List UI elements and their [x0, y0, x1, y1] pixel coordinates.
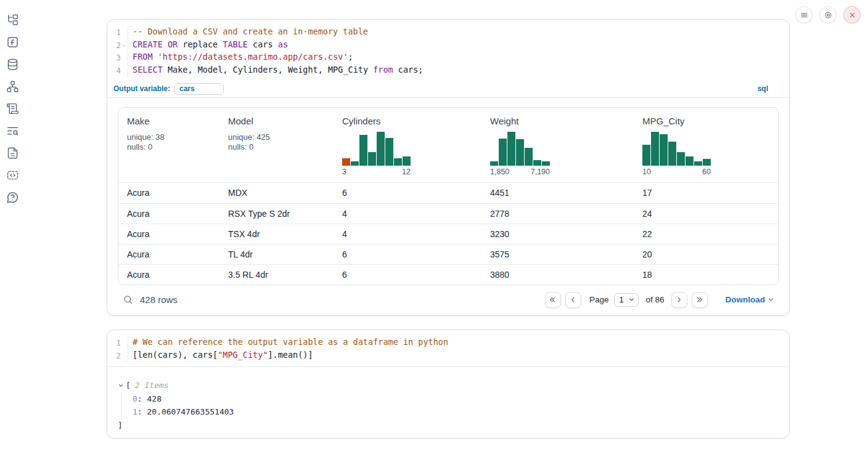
sql-cell: 1-- Download a CSV and create an in-memo…: [107, 19, 790, 316]
close-icon: [848, 10, 857, 20]
output-list-items: 0: 4281: 20.060747663551403: [121, 392, 789, 419]
chevron-left-icon: [569, 296, 577, 304]
first-page-button[interactable]: [545, 292, 561, 308]
line-number: 1: [107, 336, 121, 349]
code-token: cars;: [393, 65, 424, 75]
histogram-bar: [703, 159, 711, 166]
column-header-make[interactable]: Makeunique: 38nulls: 0: [118, 108, 219, 182]
search-icon[interactable]: [123, 294, 133, 305]
help-icon[interactable]: [6, 191, 19, 204]
output-variable-input[interactable]: [174, 83, 224, 95]
code-token: [153, 52, 158, 62]
code-token: CREATE: [133, 39, 163, 49]
download-button[interactable]: Download: [726, 295, 775, 304]
snippets-icon[interactable]: [6, 169, 19, 182]
fold-caret-icon[interactable]: ⌄: [121, 39, 127, 52]
histogram-bar: [542, 161, 550, 166]
histogram-bars: [642, 132, 772, 166]
table-cell: 20: [634, 249, 779, 259]
histogram-bar: [516, 139, 524, 166]
column-header-cylinders[interactable]: Cylinders312: [334, 108, 481, 182]
fold-gutter: [121, 349, 127, 362]
datasources-icon[interactable]: [6, 58, 19, 71]
page-select[interactable]: 1: [614, 293, 639, 307]
column-header-mpg_city[interactable]: MPG_City1060: [634, 108, 779, 182]
code-text: -- Download a CSV and create an in-memor…: [128, 26, 368, 39]
language-badge[interactable]: sql: [758, 84, 768, 93]
settings-button[interactable]: [819, 6, 837, 23]
code-token: "MPG_City": [218, 350, 268, 360]
page-select-value: 1: [619, 295, 623, 304]
item-colon: :: [137, 407, 147, 416]
table-cell: 17: [634, 188, 779, 198]
pagination: Page 1 of 86 Download: [545, 292, 774, 308]
menu-button[interactable]: [795, 6, 813, 23]
code-token: [len(cars), cars[: [133, 350, 218, 360]
code-token: -- Download a CSV and create an in-memor…: [133, 26, 368, 36]
histogram-bars: [490, 132, 625, 166]
histogram-bar: [377, 132, 385, 166]
functions-icon[interactable]: [6, 36, 19, 49]
item-index: 1: [133, 407, 137, 416]
table-cell: 4451: [481, 188, 634, 198]
histogram-min-label: 3: [342, 168, 346, 176]
code-token: SELECT: [133, 65, 163, 75]
table-row: AcuraTSX 4dr4323022: [118, 224, 778, 244]
column-header-model[interactable]: Modelunique: 425nulls: 0: [219, 108, 334, 182]
column-label: Model: [228, 116, 325, 126]
histogram-bars: [342, 132, 473, 166]
shutdown-button[interactable]: [843, 6, 861, 23]
sql-code-editor[interactable]: 1-- Download a CSV and create an in-memo…: [107, 20, 789, 77]
chevron-down-icon: [628, 296, 635, 303]
table-cell: Acura: [118, 209, 219, 219]
column-label: Weight: [490, 116, 625, 126]
table-cell: Acura: [118, 188, 219, 198]
table-row: AcuraMDX6445117: [118, 183, 778, 203]
column-histogram: 1,8507,190: [490, 132, 625, 176]
histogram-bar: [385, 138, 393, 166]
prev-page-button[interactable]: [565, 292, 581, 308]
scratchpad-icon[interactable]: [6, 102, 19, 115]
dependency-graph-icon[interactable]: [6, 80, 19, 93]
table-cell: 6: [334, 270, 481, 280]
next-page-button[interactable]: [671, 292, 687, 308]
item-index: 0: [133, 394, 137, 403]
table-footer: 428 rows Page 1 of 86 Download: [107, 285, 789, 315]
line-number: 1: [107, 26, 121, 39]
table-body: AcuraMDX6445117AcuraRSX Type S 2dr427782…: [118, 183, 778, 285]
table-cell: Acura: [118, 229, 219, 239]
histogram-bar: [403, 156, 411, 166]
python-code-editor[interactable]: 1# We can reference the output variable …: [107, 330, 789, 362]
column-header-weight[interactable]: Weight1,8507,190: [481, 108, 634, 182]
column-histogram: 312: [342, 132, 473, 176]
code-token: cars: [248, 39, 278, 49]
output-variable-bar: Output variable: sql: [107, 81, 789, 98]
python-output: [ 2 Items 0: 4281: 20.060747663551403 ]: [107, 367, 789, 432]
table-cell: 2778: [481, 209, 634, 219]
line-number: 4: [107, 64, 121, 77]
histogram-bar: [677, 152, 685, 166]
code-text: SELECT Make, Model, Cylinders, Weight, M…: [128, 64, 423, 77]
histogram-bar: [533, 160, 541, 166]
file-tree-icon[interactable]: [6, 14, 19, 26]
code-line: 2[len(cars), cars["MPG_City"].mean()]: [107, 349, 789, 362]
column-stat: nulls: 0: [127, 142, 211, 153]
code-text: FROM 'https://datasets.marimo.app/cars.c…: [128, 51, 353, 64]
code-token: TABLE: [223, 39, 248, 49]
table-cell: 4: [334, 209, 481, 219]
column-stat: unique: 425: [228, 132, 325, 143]
outline-search-icon[interactable]: [6, 124, 19, 137]
table-cell: 3.5 RL 4dr: [219, 270, 334, 280]
table-cell: Acura: [118, 249, 219, 259]
histogram-axis-labels: 312: [342, 168, 411, 176]
last-page-button[interactable]: [692, 292, 708, 308]
table-cell: 6: [334, 188, 481, 198]
code-token: # We can reference the output variable a…: [133, 337, 448, 347]
documentation-icon[interactable]: [6, 147, 19, 160]
table-cell: TSX 4dr: [219, 229, 334, 239]
line-number: 2: [107, 349, 121, 362]
column-stats: unique: 425nulls: 0: [228, 132, 325, 153]
page-total-label: of 86: [645, 295, 664, 304]
fold-gutter: [121, 336, 127, 349]
collapse-caret-icon[interactable]: [118, 382, 126, 389]
